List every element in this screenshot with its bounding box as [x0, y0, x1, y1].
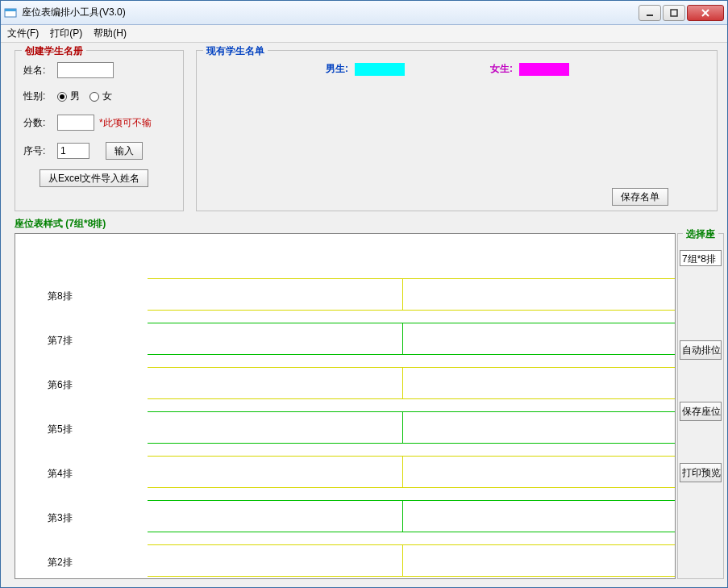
seat-row-label: 第5排	[48, 423, 73, 436]
seat-row[interactable]	[148, 278, 676, 311]
male-legend-label: 男生:	[326, 62, 348, 76]
style-select[interactable]: 7组*8排	[680, 250, 722, 266]
seat-row[interactable]	[148, 544, 676, 577]
close-button[interactable]	[687, 5, 724, 21]
gender-male-radio[interactable]: 男	[57, 90, 80, 103]
menu-file[interactable]: 文件(F)	[7, 27, 39, 40]
name-label: 姓名:	[23, 64, 57, 77]
score-input[interactable]	[57, 115, 94, 131]
side-panel: 选择座 7组*8排 自动排位 保存座位表 打印预览	[677, 233, 724, 579]
auto-arrange-button[interactable]: 自动排位	[680, 340, 722, 360]
name-input[interactable]	[57, 62, 114, 78]
seat-row-label: 第8排	[48, 290, 73, 303]
app-window: 座位表编排小工具(V3.0) 文件(F) 打印(P) 帮助(H) 创建学生名册 …	[0, 0, 728, 588]
score-note: *此项可不输	[99, 116, 152, 130]
menu-print[interactable]: 打印(P)	[50, 27, 82, 40]
male-color-swatch	[355, 63, 405, 76]
seat-divider	[402, 278, 403, 311]
menu-help[interactable]: 帮助(H)	[94, 27, 127, 40]
seat-divider	[402, 411, 403, 444]
svg-rect-3	[671, 10, 677, 16]
seat-row[interactable]	[148, 456, 676, 488]
client-area: 创建学生名册 姓名: 性别: 男 女 分数: *此项可不输 序号: 输入 从Ex…	[2, 44, 726, 586]
gender-female-radio[interactable]: 女	[89, 90, 112, 103]
seat-row-label: 第2排	[48, 556, 73, 569]
seat-row-label: 第3排	[48, 511, 73, 525]
legend-box: 男生: 女生:	[326, 62, 569, 76]
create-roster-panel: 创建学生名册 姓名: 性别: 男 女 分数: *此项可不输 序号: 输入 从Ex…	[15, 50, 184, 211]
print-preview-button[interactable]: 打印预览	[680, 463, 722, 482]
seat-row-label: 第7排	[48, 334, 73, 348]
seat-divider	[402, 323, 403, 355]
gender-label: 性别:	[23, 90, 57, 103]
create-roster-legend: 创建学生名册	[22, 44, 86, 58]
female-legend-label: 女生:	[490, 62, 513, 76]
save-seat-button[interactable]: 保存座位表	[680, 402, 722, 421]
score-label: 分数:	[23, 116, 57, 130]
student-list-legend: 现有学生名单	[203, 44, 268, 58]
window-controls	[639, 5, 724, 21]
svg-rect-1	[5, 9, 16, 11]
seat-row[interactable]	[148, 411, 676, 444]
side-legend: 选择座	[683, 227, 718, 241]
titlebar: 座位表编排小工具(V3.0)	[1, 1, 727, 25]
seat-row[interactable]	[148, 367, 676, 399]
student-list-panel: 现有学生名单 男生: 女生: 保存名单	[196, 50, 718, 211]
menubar: 文件(F) 打印(P) 帮助(H)	[1, 25, 727, 43]
seat-divider	[402, 456, 403, 488]
seat-divider	[402, 367, 403, 399]
seat-style-label: 座位表样式 (7组*8排)	[15, 217, 106, 231]
female-color-swatch	[519, 63, 569, 76]
save-list-button[interactable]: 保存名单	[612, 188, 668, 206]
minimize-button[interactable]	[639, 5, 661, 21]
seq-label: 序号:	[23, 144, 57, 158]
enter-button[interactable]: 输入	[106, 142, 143, 160]
seq-input[interactable]	[57, 143, 89, 159]
maximize-button[interactable]	[663, 5, 685, 21]
seat-row-label: 第6排	[48, 378, 73, 392]
window-title: 座位表编排小工具(V3.0)	[22, 6, 639, 19]
seat-row[interactable]	[148, 500, 676, 532]
seat-area: 第8排第7排第6排第5排第4排第3排第2排第1排	[15, 233, 676, 579]
seat-row[interactable]	[148, 323, 676, 355]
student-list-body	[205, 83, 709, 181]
seat-divider	[402, 500, 403, 532]
import-excel-button[interactable]: 从Excel文件导入姓名	[40, 169, 148, 187]
seat-divider	[402, 544, 403, 577]
app-icon	[4, 6, 17, 19]
seat-row-label: 第4排	[48, 467, 73, 481]
